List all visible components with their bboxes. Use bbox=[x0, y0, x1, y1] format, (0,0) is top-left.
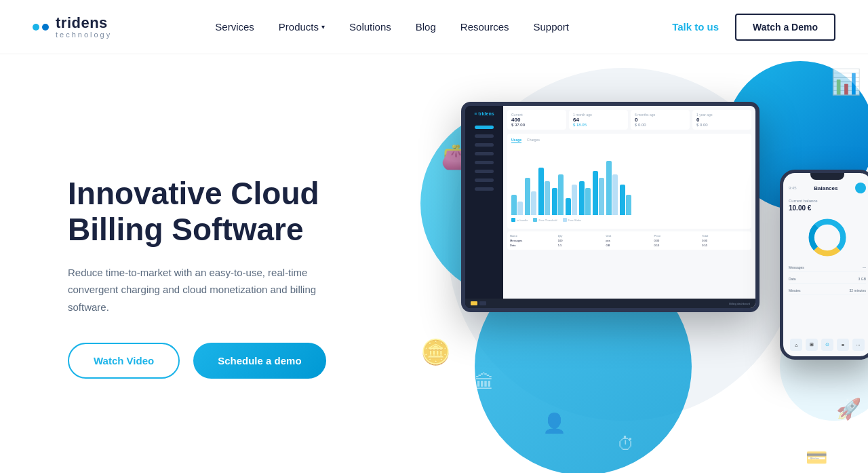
stat-card-1month: 1 month ago 64 $ 18.05 bbox=[569, 110, 628, 130]
speedometer-icon: ⏱ bbox=[617, 434, 635, 455]
data-table: Name Qty Unit Price Total Messages 100 p… bbox=[507, 231, 751, 250]
tablet-inner: ≡ tridens Current 400 $ 37.0 bbox=[465, 106, 755, 308]
tablet-bottom-bar: Billing dashboard bbox=[465, 299, 755, 308]
avatar bbox=[855, 183, 866, 193]
nav-resources[interactable]: Resources bbox=[460, 21, 509, 33]
phone-header: 9:45 Balances bbox=[789, 183, 866, 193]
nav-support[interactable]: Support bbox=[534, 21, 570, 33]
tablet-device: ≡ tridens Current 400 $ 37.0 bbox=[461, 102, 760, 312]
rocket-icon: 🚀 bbox=[836, 397, 861, 421]
sidebar-item bbox=[475, 187, 494, 191]
phone-title: Balances bbox=[814, 185, 837, 191]
stat-card-6month: 6 months ago 0 $ 0.00 bbox=[631, 110, 690, 130]
chart-bars bbox=[511, 147, 747, 215]
balance-value: 10.00 € bbox=[789, 204, 866, 212]
hero-section: Innovative CloudBilling Software Reduce … bbox=[0, 54, 868, 473]
nav-blog[interactable]: Blog bbox=[416, 21, 436, 33]
donut-chart bbox=[789, 217, 866, 258]
sidebar-item bbox=[475, 143, 494, 147]
logo-text: tridens technology bbox=[56, 16, 112, 39]
sidebar-item bbox=[475, 126, 494, 129]
logo-dots bbox=[33, 24, 49, 31]
usage-val: — bbox=[863, 265, 866, 269]
nav-solutions[interactable]: Solutions bbox=[349, 21, 391, 33]
phone-nav-more: ··· bbox=[852, 339, 865, 351]
sidebar-item bbox=[475, 170, 494, 173]
stat-card-year: 1 year ago 0 $ 0.00 bbox=[692, 110, 751, 130]
phone-nav-balance: ⊙ bbox=[821, 339, 833, 351]
usage-list: Messages — Data 3 GB Minutes 32 minutes bbox=[789, 263, 866, 295]
hero-headline: Innovative CloudBilling Software bbox=[68, 176, 393, 248]
schedule-demo-button[interactable]: Schedule a demo bbox=[193, 343, 326, 379]
hero-left: Innovative CloudBilling Software Reduce … bbox=[68, 176, 393, 379]
stat-card-current: Current 400 $ 37.00 bbox=[507, 110, 566, 130]
tablet-content: Current 400 $ 37.00 1 month ago 64 $ 18.… bbox=[503, 106, 755, 308]
chart-area: Usage Charges bbox=[507, 134, 751, 229]
phone-nav-services: ⊞ bbox=[806, 339, 818, 351]
phone-nav-payments: ≡ bbox=[837, 339, 849, 351]
logo-dot-blue bbox=[33, 24, 39, 31]
usage-label: Messages bbox=[789, 265, 804, 269]
header: tridens technology Services Products ▾ S… bbox=[0, 0, 868, 54]
logo-dot-dark bbox=[42, 24, 49, 31]
tablet-sidebar: ≡ tridens bbox=[465, 106, 503, 308]
tablet-logo: ≡ tridens bbox=[474, 111, 494, 116]
bank-icon: 🏛 bbox=[475, 371, 494, 394]
sidebar-item bbox=[475, 134, 494, 138]
usage-val: 3 GB bbox=[859, 277, 866, 281]
usage-val: 32 minutes bbox=[850, 288, 866, 292]
card-icon: 💳 bbox=[806, 447, 827, 468]
watch-demo-button[interactable]: Watch a Demo bbox=[735, 14, 835, 41]
phone-inner: 9:45 Balances Current balance 10.00 € bbox=[783, 173, 868, 356]
phone-nav: ⌂ ⊞ ⊙ ≡ ··· bbox=[783, 339, 868, 351]
nav-services[interactable]: Services bbox=[215, 21, 254, 33]
hero-subtext: Reduce time-to-market with an easy-to-us… bbox=[68, 264, 353, 316]
phone-nav-home: ⌂ bbox=[790, 339, 802, 351]
usage-label: Data bbox=[789, 277, 796, 281]
logo[interactable]: tridens technology bbox=[33, 16, 112, 39]
nav-products[interactable]: Products ▾ bbox=[279, 21, 325, 33]
usage-item-messages: Messages — bbox=[789, 263, 866, 272]
usage-item-minutes: Minutes 32 minutes bbox=[789, 286, 866, 295]
analytics-icon: 📊 bbox=[831, 68, 861, 96]
logo-sub: technology bbox=[56, 31, 112, 39]
phone-device: 9:45 Balances Current balance 10.00 € bbox=[780, 170, 868, 360]
logo-name: tridens bbox=[56, 16, 112, 31]
header-actions: Talk to us Watch a Demo bbox=[672, 14, 835, 41]
sidebar-item bbox=[475, 178, 494, 182]
person-icon: 👤 bbox=[542, 412, 566, 434]
chevron-down-icon: ▾ bbox=[321, 23, 325, 31]
phone-notch bbox=[810, 173, 844, 180]
main-nav: Services Products ▾ Solutions Blog Resou… bbox=[215, 21, 569, 33]
percent-icon: 🪙 bbox=[420, 338, 451, 366]
hero-buttons: Watch Video Schedule a demo bbox=[68, 343, 393, 379]
balance-label: Current balance bbox=[789, 199, 866, 203]
watch-video-button[interactable]: Watch Video bbox=[68, 343, 180, 379]
talk-to-us-link[interactable]: Talk to us bbox=[672, 21, 719, 33]
usage-item-data: Data 3 GB bbox=[789, 275, 866, 284]
stats-row: Current 400 $ 37.00 1 month ago 64 $ 18.… bbox=[507, 110, 751, 130]
sidebar-item bbox=[475, 161, 494, 164]
hero-illustration: 👛 ◑ 📊 📈 🪙 👤 ⏱ 🚀 💳 🏛 ≡ tridens bbox=[407, 54, 868, 473]
sidebar-item bbox=[475, 152, 494, 155]
usage-label: Minutes bbox=[789, 288, 801, 292]
